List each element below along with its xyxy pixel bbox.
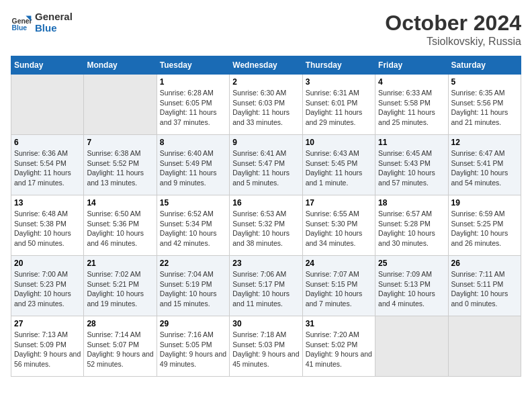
calendar-cell: 12Sunrise: 6:47 AMSunset: 5:41 PMDayligh… xyxy=(448,135,521,195)
day-number: 27 xyxy=(14,319,81,328)
day-number: 16 xyxy=(232,198,299,208)
calendar-cell: 8Sunrise: 6:40 AMSunset: 5:49 PMDaylight… xyxy=(157,135,229,195)
day-number: 22 xyxy=(160,259,226,268)
day-info: Sunrise: 7:16 AMSunset: 5:05 PMDaylight:… xyxy=(160,330,226,369)
calendar-cell: 26Sunrise: 7:11 AMSunset: 5:11 PMDayligh… xyxy=(448,256,521,316)
day-number: 18 xyxy=(378,198,445,208)
weekday-header: Sunday xyxy=(11,56,84,75)
calendar-week-row: 1Sunrise: 6:28 AMSunset: 6:05 PMDaylight… xyxy=(11,75,521,135)
day-info: Sunrise: 6:47 AMSunset: 5:41 PMDaylight:… xyxy=(451,148,518,188)
calendar-week-row: 20Sunrise: 7:00 AMSunset: 5:23 PMDayligh… xyxy=(11,256,521,316)
calendar-week-row: 27Sunrise: 7:13 AMSunset: 5:09 PMDayligh… xyxy=(11,316,521,377)
day-number: 2 xyxy=(232,77,299,87)
day-info: Sunrise: 7:13 AMSunset: 5:09 PMDaylight:… xyxy=(14,330,81,369)
day-number: 28 xyxy=(87,319,153,328)
day-number: 6 xyxy=(14,138,81,147)
day-number: 21 xyxy=(87,259,153,268)
calendar-cell: 21Sunrise: 7:02 AMSunset: 5:21 PMDayligh… xyxy=(84,256,157,316)
calendar-cell: 27Sunrise: 7:13 AMSunset: 5:09 PMDayligh… xyxy=(11,316,84,377)
day-info: Sunrise: 6:30 AMSunset: 6:03 PMDaylight:… xyxy=(232,88,299,128)
day-number: 14 xyxy=(87,198,153,208)
day-info: Sunrise: 6:33 AMSunset: 5:58 PMDaylight:… xyxy=(378,88,445,128)
day-number: 23 xyxy=(232,259,299,268)
day-number: 13 xyxy=(14,198,81,208)
day-number: 29 xyxy=(160,319,226,328)
day-info: Sunrise: 6:48 AMSunset: 5:38 PMDaylight:… xyxy=(14,209,81,248)
day-number: 26 xyxy=(451,259,518,268)
calendar-table: SundayMondayTuesdayWednesdayThursdayFrid… xyxy=(11,56,521,377)
calendar-cell: 3Sunrise: 6:31 AMSunset: 6:01 PMDaylight… xyxy=(302,75,375,135)
day-info: Sunrise: 7:14 AMSunset: 5:07 PMDaylight:… xyxy=(87,330,153,369)
day-info: Sunrise: 7:20 AMSunset: 5:02 PMDaylight:… xyxy=(306,330,372,369)
day-info: Sunrise: 6:28 AMSunset: 6:05 PMDaylight:… xyxy=(160,88,226,128)
day-number: 24 xyxy=(306,259,372,268)
calendar-cell: 14Sunrise: 6:50 AMSunset: 5:36 PMDayligh… xyxy=(84,195,157,256)
month-title: October 2024 xyxy=(385,11,521,36)
calendar-cell: 30Sunrise: 7:18 AMSunset: 5:03 PMDayligh… xyxy=(230,316,302,377)
calendar-cell xyxy=(84,75,157,135)
calendar-cell: 28Sunrise: 7:14 AMSunset: 5:07 PMDayligh… xyxy=(84,316,157,377)
weekday-header: Saturday xyxy=(448,56,521,75)
calendar-cell: 7Sunrise: 6:38 AMSunset: 5:52 PMDaylight… xyxy=(84,135,157,195)
calendar-cell: 23Sunrise: 7:06 AMSunset: 5:17 PMDayligh… xyxy=(230,256,302,316)
calendar-cell: 11Sunrise: 6:45 AMSunset: 5:43 PMDayligh… xyxy=(375,135,448,195)
weekday-header: Wednesday xyxy=(230,56,302,75)
day-number: 19 xyxy=(451,198,518,208)
weekday-header: Friday xyxy=(375,56,448,75)
day-info: Sunrise: 6:55 AMSunset: 5:30 PMDaylight:… xyxy=(306,209,372,248)
calendar-cell: 19Sunrise: 6:59 AMSunset: 5:25 PMDayligh… xyxy=(448,195,521,256)
calendar-cell: 17Sunrise: 6:55 AMSunset: 5:30 PMDayligh… xyxy=(302,195,375,256)
day-info: Sunrise: 6:50 AMSunset: 5:36 PMDaylight:… xyxy=(87,209,153,248)
calendar-cell: 4Sunrise: 6:33 AMSunset: 5:58 PMDaylight… xyxy=(375,75,448,135)
weekday-header: Tuesday xyxy=(157,56,229,75)
calendar-cell: 20Sunrise: 7:00 AMSunset: 5:23 PMDayligh… xyxy=(11,256,84,316)
calendar-cell: 6Sunrise: 6:36 AMSunset: 5:54 PMDaylight… xyxy=(11,135,84,195)
location: Tsiolkovskiy, Russia xyxy=(385,36,521,48)
page-header: General Blue General Blue October 2024 T… xyxy=(11,11,521,48)
calendar-cell: 22Sunrise: 7:04 AMSunset: 5:19 PMDayligh… xyxy=(157,256,229,316)
day-info: Sunrise: 7:09 AMSunset: 5:13 PMDaylight:… xyxy=(378,269,445,309)
calendar-cell: 15Sunrise: 6:52 AMSunset: 5:34 PMDayligh… xyxy=(157,195,229,256)
calendar-cell: 5Sunrise: 6:35 AMSunset: 5:56 PMDaylight… xyxy=(448,75,521,135)
day-number: 3 xyxy=(306,77,372,87)
day-info: Sunrise: 6:45 AMSunset: 5:43 PMDaylight:… xyxy=(378,148,445,188)
calendar-cell: 16Sunrise: 6:53 AMSunset: 5:32 PMDayligh… xyxy=(230,195,302,256)
day-info: Sunrise: 6:36 AMSunset: 5:54 PMDaylight:… xyxy=(14,148,81,188)
day-number: 7 xyxy=(87,138,153,147)
day-number: 15 xyxy=(160,198,226,208)
day-number: 5 xyxy=(451,77,518,87)
calendar-cell: 29Sunrise: 7:16 AMSunset: 5:05 PMDayligh… xyxy=(157,316,229,377)
day-number: 10 xyxy=(306,138,372,147)
day-number: 31 xyxy=(306,319,372,328)
day-info: Sunrise: 7:06 AMSunset: 5:17 PMDaylight:… xyxy=(232,269,299,309)
day-info: Sunrise: 6:53 AMSunset: 5:32 PMDaylight:… xyxy=(232,209,299,248)
day-info: Sunrise: 7:04 AMSunset: 5:19 PMDaylight:… xyxy=(160,269,226,309)
day-info: Sunrise: 6:43 AMSunset: 5:45 PMDaylight:… xyxy=(306,148,372,188)
day-number: 8 xyxy=(160,138,226,147)
logo: General Blue General Blue xyxy=(11,11,73,34)
day-number: 30 xyxy=(232,319,299,328)
logo-icon: General Blue xyxy=(11,11,32,33)
day-info: Sunrise: 6:41 AMSunset: 5:47 PMDaylight:… xyxy=(232,148,299,188)
calendar-cell: 24Sunrise: 7:07 AMSunset: 5:15 PMDayligh… xyxy=(302,256,375,316)
weekday-header: Thursday xyxy=(302,56,375,75)
day-info: Sunrise: 6:31 AMSunset: 6:01 PMDaylight:… xyxy=(306,88,372,128)
day-info: Sunrise: 6:59 AMSunset: 5:25 PMDaylight:… xyxy=(451,209,518,248)
weekday-header: Monday xyxy=(84,56,157,75)
day-info: Sunrise: 6:52 AMSunset: 5:34 PMDaylight:… xyxy=(160,209,226,248)
day-info: Sunrise: 7:11 AMSunset: 5:11 PMDaylight:… xyxy=(451,269,518,309)
calendar-cell xyxy=(11,75,84,135)
day-info: Sunrise: 7:00 AMSunset: 5:23 PMDaylight:… xyxy=(14,269,81,309)
day-number: 12 xyxy=(451,138,518,147)
calendar-cell xyxy=(375,316,448,377)
day-info: Sunrise: 7:02 AMSunset: 5:21 PMDaylight:… xyxy=(87,269,153,309)
day-number: 11 xyxy=(378,138,445,147)
calendar-cell: 13Sunrise: 6:48 AMSunset: 5:38 PMDayligh… xyxy=(11,195,84,256)
day-info: Sunrise: 7:07 AMSunset: 5:15 PMDaylight:… xyxy=(306,269,372,309)
day-number: 20 xyxy=(14,259,81,268)
calendar-week-row: 13Sunrise: 6:48 AMSunset: 5:38 PMDayligh… xyxy=(11,195,521,256)
calendar-cell: 25Sunrise: 7:09 AMSunset: 5:13 PMDayligh… xyxy=(375,256,448,316)
day-number: 17 xyxy=(306,198,372,208)
day-info: Sunrise: 6:35 AMSunset: 5:56 PMDaylight:… xyxy=(451,88,518,128)
weekday-header-row: SundayMondayTuesdayWednesdayThursdayFrid… xyxy=(11,56,521,75)
